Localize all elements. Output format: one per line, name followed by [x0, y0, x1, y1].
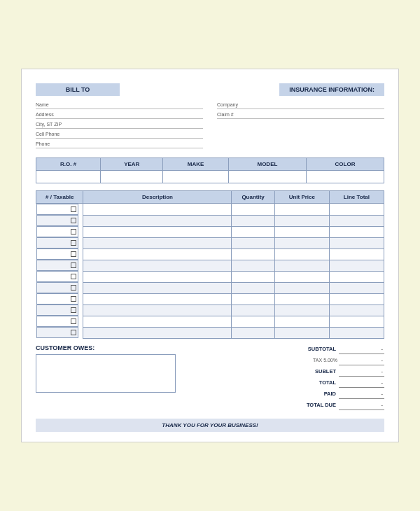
- vehicle-make-cell[interactable]: [163, 171, 229, 183]
- subtotal-value: -: [339, 344, 384, 354]
- vehicle-ro-cell[interactable]: [36, 171, 101, 183]
- item-number-cell[interactable]: [36, 260, 78, 271]
- unit-price-cell[interactable]: [274, 260, 329, 271]
- total-due-label: TOTAL DUE: [287, 402, 336, 408]
- item-number-cell[interactable]: [36, 282, 78, 293]
- unit-price-cell[interactable]: [274, 316, 329, 327]
- description-cell[interactable]: [83, 248, 232, 260]
- line-total-cell[interactable]: [329, 204, 384, 216]
- quantity-cell[interactable]: [232, 226, 274, 237]
- vehicle-table: R.O. # YEAR MAKE MODEL COLOR: [36, 158, 384, 183]
- line-total-cell[interactable]: [329, 293, 384, 304]
- taxable-checkbox[interactable]: [71, 296, 76, 302]
- description-cell[interactable]: [83, 271, 232, 282]
- unit-price-cell[interactable]: [274, 327, 329, 338]
- taxable-checkbox[interactable]: [71, 206, 76, 212]
- taxable-checkbox[interactable]: [71, 229, 76, 234]
- description-cell[interactable]: [83, 215, 232, 226]
- taxable-checkbox[interactable]: [71, 218, 76, 223]
- quantity-cell[interactable]: [232, 293, 274, 304]
- description-cell[interactable]: [83, 304, 232, 316]
- company-field: Company: [217, 102, 384, 109]
- description-cell[interactable]: [83, 204, 232, 216]
- description-cell[interactable]: [83, 316, 232, 327]
- col-line-total: Line Total: [329, 191, 384, 204]
- item-number-cell[interactable]: [36, 215, 78, 226]
- line-total-cell[interactable]: [329, 237, 384, 248]
- sublet-label: SUBLET: [287, 368, 336, 374]
- unit-price-cell[interactable]: [274, 204, 329, 216]
- taxable-checkbox[interactable]: [71, 307, 76, 313]
- table-row: [36, 215, 384, 226]
- description-cell[interactable]: [83, 327, 232, 338]
- vehicle-year-cell[interactable]: [101, 171, 163, 183]
- quantity-cell[interactable]: [232, 271, 274, 282]
- table-row: [36, 260, 384, 271]
- quantity-cell[interactable]: [232, 204, 274, 216]
- item-number-cell[interactable]: [36, 293, 78, 304]
- items-table: # / Taxable Description Quantity Unit Pr…: [36, 190, 384, 339]
- item-number-cell[interactable]: [36, 248, 78, 260]
- description-cell[interactable]: [83, 282, 232, 293]
- line-total-cell[interactable]: [329, 316, 384, 327]
- tax-label: TAX: [313, 358, 322, 363]
- table-row: [36, 204, 384, 216]
- taxable-checkbox[interactable]: [71, 274, 76, 279]
- cell-field: Cell Phone: [36, 131, 203, 139]
- item-number-cell[interactable]: [36, 304, 78, 316]
- line-total-cell[interactable]: [329, 248, 384, 260]
- taxable-checkbox[interactable]: [71, 240, 76, 246]
- sublet-row: SUBLET -: [227, 367, 384, 377]
- vehicle-row: [36, 171, 384, 183]
- line-total-cell[interactable]: [329, 226, 384, 237]
- line-total-cell[interactable]: [329, 282, 384, 293]
- subtotal-label: SUBTOTAL: [287, 346, 336, 352]
- unit-price-cell[interactable]: [274, 282, 329, 293]
- taxable-checkbox[interactable]: [71, 330, 76, 335]
- line-total-cell[interactable]: [329, 304, 384, 316]
- unit-price-cell[interactable]: [274, 237, 329, 248]
- description-cell[interactable]: [83, 260, 232, 271]
- unit-price-cell[interactable]: [274, 226, 329, 237]
- taxable-checkbox[interactable]: [71, 285, 76, 290]
- line-total-cell[interactable]: [329, 260, 384, 271]
- vehicle-model-cell[interactable]: [228, 171, 306, 183]
- description-cell[interactable]: [83, 237, 232, 248]
- line-total-cell[interactable]: [329, 215, 384, 226]
- item-number-cell[interactable]: [36, 237, 78, 248]
- item-number-cell[interactable]: [36, 226, 78, 237]
- item-number-cell[interactable]: [36, 204, 78, 215]
- bill-to-header: BILL TO: [36, 83, 120, 96]
- item-number-cell[interactable]: [36, 271, 78, 282]
- taxable-checkbox[interactable]: [71, 251, 76, 257]
- quantity-cell[interactable]: [232, 215, 274, 226]
- customer-owes-section: CUSTOMER OWES:: [36, 344, 217, 412]
- description-cell[interactable]: [83, 226, 232, 237]
- quantity-cell[interactable]: [232, 327, 274, 338]
- unit-price-cell[interactable]: [274, 215, 329, 226]
- taxable-checkbox[interactable]: [71, 262, 76, 268]
- footer-text: THANK YOU FOR YOUR BUSINESS!: [162, 422, 258, 428]
- line-total-cell[interactable]: [329, 327, 384, 338]
- quantity-cell[interactable]: [232, 260, 274, 271]
- quantity-cell[interactable]: [232, 316, 274, 327]
- quantity-cell[interactable]: [232, 304, 274, 316]
- description-cell[interactable]: [83, 293, 232, 304]
- totals-section: SUBTOTAL - TAX 5.00% - SUBLET - TOTAL - …: [227, 344, 384, 412]
- unit-price-cell[interactable]: [274, 304, 329, 316]
- unit-price-cell[interactable]: [274, 271, 329, 282]
- vehicle-col-year: YEAR: [101, 158, 163, 171]
- line-total-cell[interactable]: [329, 271, 384, 282]
- claim-field: Claim #: [217, 111, 384, 119]
- unit-price-cell[interactable]: [274, 293, 329, 304]
- quantity-cell[interactable]: [232, 248, 274, 260]
- taxable-checkbox[interactable]: [71, 318, 76, 324]
- vehicle-color-cell[interactable]: [306, 171, 384, 183]
- unit-price-cell[interactable]: [274, 248, 329, 260]
- quantity-cell[interactable]: [232, 237, 274, 248]
- customer-owes-box[interactable]: [36, 354, 176, 393]
- table-row: [36, 248, 384, 260]
- item-number-cell[interactable]: [36, 327, 78, 338]
- item-number-cell[interactable]: [36, 316, 78, 327]
- quantity-cell[interactable]: [232, 282, 274, 293]
